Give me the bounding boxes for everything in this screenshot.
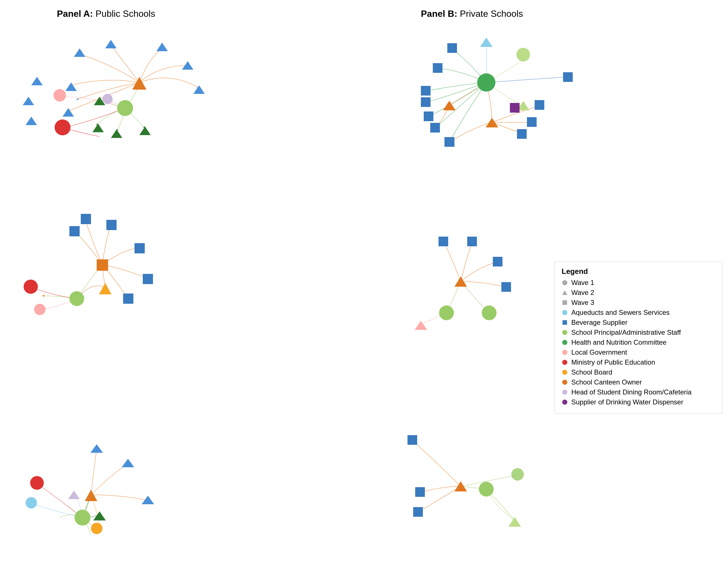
panel-a-network-2: [8, 194, 208, 364]
svg-rect-25: [123, 294, 133, 304]
svg-marker-2: [156, 43, 168, 51]
legend-item-wave2: Wave 2: [562, 289, 715, 297]
legend-item-dining: Head of Student Dining Room/Cafeteria: [562, 388, 715, 396]
svg-point-26: [69, 291, 84, 306]
svg-marker-6: [23, 97, 34, 105]
svg-marker-50: [443, 101, 456, 110]
svg-rect-60: [467, 237, 477, 246]
legend-title: Legend: [562, 267, 715, 276]
svg-marker-5: [31, 77, 43, 85]
svg-marker-73: [509, 517, 521, 527]
panel-b-network-2: [384, 210, 554, 353]
svg-point-42: [477, 73, 495, 92]
svg-rect-22: [106, 220, 116, 230]
svg-marker-32: [122, 459, 134, 467]
legend-item-wave1: Wave 1: [562, 279, 715, 287]
panel-a-network-3: [0, 407, 199, 555]
panel-a-network-1: [0, 20, 256, 213]
svg-point-39: [91, 523, 102, 534]
svg-point-36: [30, 476, 44, 490]
svg-rect-43: [447, 43, 457, 53]
panel-a-title: Panel A: Public Schools: [57, 8, 155, 19]
svg-rect-58: [510, 103, 520, 112]
svg-rect-46: [421, 97, 431, 107]
svg-marker-33: [141, 496, 154, 504]
svg-rect-47: [424, 111, 433, 121]
legend-item-canteen: School Canteen Owner: [562, 378, 715, 386]
svg-point-28: [34, 304, 46, 315]
svg-marker-74: [562, 290, 567, 295]
svg-marker-38: [68, 490, 80, 499]
svg-rect-20: [69, 226, 80, 236]
svg-rect-68: [415, 487, 425, 497]
svg-rect-21: [81, 214, 91, 224]
legend-item-beverage: Beverage Supplier: [562, 319, 715, 327]
svg-rect-62: [501, 282, 511, 292]
svg-rect-61: [493, 257, 502, 266]
svg-marker-0: [74, 48, 85, 57]
svg-rect-59: [439, 237, 448, 246]
svg-marker-14: [139, 127, 151, 135]
svg-marker-66: [415, 321, 427, 330]
svg-point-37: [26, 497, 37, 509]
legend-item-school-board: School Board: [562, 368, 715, 376]
svg-point-72: [511, 468, 524, 481]
svg-rect-54: [517, 129, 527, 139]
svg-point-17: [55, 120, 71, 135]
legend-item-health: Health and Nutrition Committee: [562, 338, 715, 347]
svg-point-34: [75, 510, 90, 526]
svg-marker-4: [193, 85, 205, 94]
panel-b-title: Panel B: Private Schools: [421, 8, 523, 19]
svg-point-65: [482, 305, 496, 320]
legend-item-ministry: Ministry of Public Education: [562, 358, 715, 366]
panel-b-network-3: [375, 421, 574, 540]
svg-rect-53: [563, 72, 573, 82]
svg-rect-19: [97, 259, 108, 271]
svg-marker-15: [93, 124, 104, 132]
svg-rect-56: [535, 100, 544, 110]
svg-point-41: [516, 48, 530, 61]
svg-rect-57: [444, 137, 454, 147]
legend-item-principal: School Principal/Administrative Staff: [562, 329, 715, 336]
svg-marker-1: [105, 40, 116, 48]
legend-item-water-dispenser: Supplier of Drinking Water Dispenser: [562, 398, 715, 406]
svg-rect-44: [433, 63, 442, 73]
svg-rect-45: [421, 86, 431, 96]
svg-marker-13: [111, 129, 122, 138]
svg-point-16: [53, 89, 66, 102]
svg-marker-30: [85, 490, 97, 501]
svg-marker-9: [66, 82, 77, 91]
svg-marker-40: [480, 37, 493, 47]
legend-item-wave3: Wave 3: [562, 299, 715, 307]
svg-point-29: [24, 280, 38, 294]
svg-rect-69: [413, 507, 423, 517]
panel-b-network-1: [364, 20, 648, 213]
legend-item-aqueducts: Aqueducts and Sewers Services: [562, 309, 715, 316]
legend-item-local-gov: Local Government: [562, 348, 715, 356]
legend-box: Legend Wave 1 Wave 2 Wave 3 Aqueducts an…: [554, 262, 722, 413]
svg-rect-24: [143, 274, 153, 284]
svg-point-71: [479, 482, 494, 497]
svg-marker-7: [26, 117, 37, 125]
svg-marker-31: [90, 444, 103, 453]
svg-point-64: [439, 305, 454, 320]
svg-point-18: [102, 94, 113, 104]
svg-point-11: [117, 100, 133, 116]
svg-rect-67: [408, 435, 417, 445]
svg-rect-48: [430, 123, 440, 132]
svg-marker-27: [99, 283, 111, 294]
svg-marker-52: [486, 118, 498, 127]
svg-rect-23: [134, 243, 145, 253]
svg-rect-55: [527, 117, 537, 127]
